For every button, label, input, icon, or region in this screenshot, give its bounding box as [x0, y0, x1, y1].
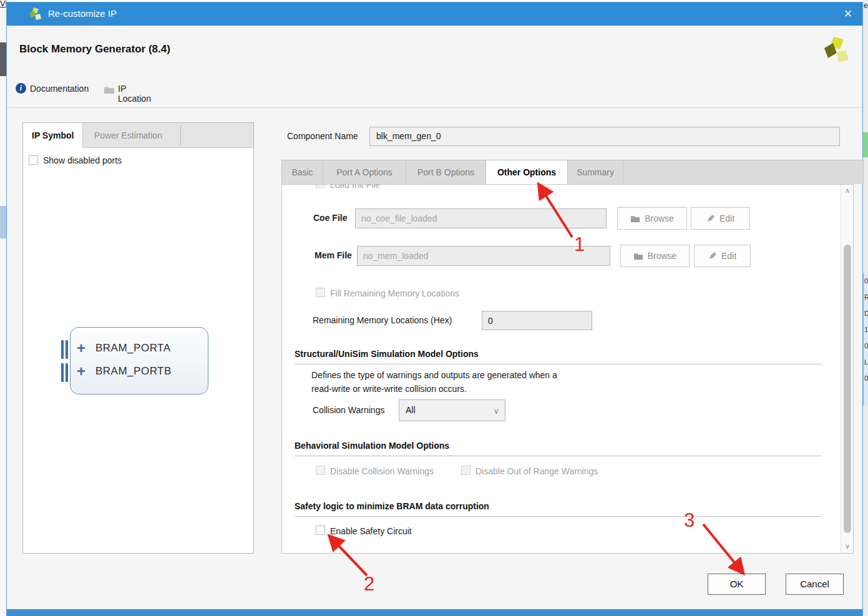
documentation-label: Documentation: [30, 84, 89, 94]
section-rule: [295, 364, 822, 364]
structural-section-title: Structural/UniSim Simulation Model Optio…: [295, 349, 479, 359]
tab-power-estimation[interactable]: Power Estimation: [85, 123, 171, 148]
background-window-left-sliver: Vi: [0, 0, 6, 616]
section-rule: [295, 516, 822, 517]
tab-port-a-options[interactable]: Port A Options: [323, 160, 406, 185]
structural-desc-line2: read-write or write-write collision occu…: [311, 384, 467, 394]
disable-out-of-range-label: Disable Out of Range Warnings: [475, 466, 598, 476]
mem-file-input[interactable]: no_mem_loaded: [357, 246, 610, 266]
component-name-input[interactable]: blk_mem_gen_0: [369, 127, 840, 146]
bram-portb-row[interactable]: + BRAM_PORTB: [71, 362, 208, 383]
background-selection-fragment: [0, 206, 6, 238]
coe-browse-label: Browse: [645, 213, 674, 223]
ip-symbol-panel: IP Symbol Power Estimation Show disabled…: [22, 122, 254, 554]
mem-edit-button[interactable]: Edit: [694, 245, 751, 267]
bram-porta-label: BRAM_PORTA: [95, 342, 171, 354]
ok-button[interactable]: OK: [708, 574, 766, 595]
bg-char: L: [864, 354, 868, 370]
bus-bars-icon: [61, 340, 70, 361]
fill-remaining-checkbox[interactable]: [316, 288, 325, 297]
expand-plus-icon[interactable]: +: [77, 362, 85, 381]
scroll-up-icon[interactable]: ∧: [841, 185, 854, 196]
coe-edit-label: Edit: [719, 213, 734, 223]
enable-safety-circuit-checkbox[interactable]: [316, 526, 325, 535]
cancel-button[interactable]: Cancel: [786, 574, 844, 595]
section-rule: [295, 456, 822, 456]
xilinx-logo-icon: [27, 6, 43, 22]
background-menu-fragment-right: e: [864, 1, 868, 10]
remaining-hex-input[interactable]: 0: [482, 311, 592, 330]
disable-collision-warnings-checkbox[interactable]: [316, 466, 325, 475]
edit-pencil-icon: [708, 252, 717, 260]
bus-bars-icon: [61, 363, 70, 384]
collision-warnings-label: Collision Warnings: [313, 405, 384, 415]
page-title: Block Memory Generator (8.4): [19, 43, 170, 56]
info-icon: i: [16, 83, 26, 94]
show-disabled-ports-label: Show disabled ports: [43, 155, 122, 165]
scrollbar-thumb[interactable]: [844, 245, 851, 533]
recustomize-ip-dialog: Re-customize IP × Block Memory Generator…: [6, 2, 863, 616]
folder-icon: [104, 85, 115, 94]
chevron-down-icon: ∨: [493, 400, 499, 422]
dialog-titlebar[interactable]: Re-customize IP ×: [7, 2, 862, 26]
coe-browse-button[interactable]: Browse: [617, 207, 687, 230]
tab-divider: [180, 125, 181, 145]
disable-collision-warnings-label: Disable Collision Warnings: [330, 466, 434, 476]
options-scrollbar[interactable]: ∧ ∨: [841, 185, 854, 553]
coe-edit-button[interactable]: Edit: [691, 207, 750, 230]
dialog-bottom-strip: [7, 609, 862, 616]
expand-plus-icon[interactable]: +: [77, 339, 85, 358]
component-name-label: Component Name: [287, 131, 358, 141]
bg-char: D: [864, 305, 868, 321]
options-tabbar: Basic Port A Options Port B Options Othe…: [281, 160, 864, 184]
fill-remaining-label: Fill Remaining Memory Locations: [330, 288, 459, 298]
header-separator: [7, 107, 862, 108]
edit-pencil-icon: [706, 214, 715, 223]
safety-section-title: Safety logic to minimize BRAM data corru…: [295, 501, 489, 511]
left-panel-tabbar: IP Symbol Power Estimation: [23, 123, 253, 148]
background-green-block: [863, 132, 868, 157]
tab-other-options[interactable]: Other Options: [486, 160, 568, 186]
mem-edit-label: Edit: [721, 251, 736, 261]
scroll-down-icon[interactable]: ∨: [841, 540, 854, 552]
mem-file-label: Mem File: [315, 250, 352, 260]
collision-warnings-value: All: [406, 405, 416, 415]
coe-file-label: Coe File: [313, 213, 347, 223]
mem-browse-label: Browse: [648, 251, 677, 261]
coe-file-input[interactable]: no_coe_file_loaded: [355, 208, 607, 228]
other-options-panel: Load Init File Coe File no_coe_file_load…: [281, 184, 854, 554]
tab-port-b-options[interactable]: Port B Options: [406, 160, 486, 185]
folder-icon: [630, 215, 640, 223]
bram-portb-label: BRAM_PORTB: [95, 365, 172, 378]
mem-browse-button[interactable]: Browse: [620, 245, 690, 267]
bg-char: 0: [864, 273, 868, 289]
xilinx-logo-icon-large: [820, 35, 852, 67]
enable-safety-circuit-label: Enable Safety Circuit: [330, 526, 412, 536]
dialog-title: Re-customize IP: [48, 8, 117, 19]
bg-char: R: [864, 289, 868, 305]
behavioral-section-title: Behavioral Simulation Model Options: [295, 441, 449, 451]
show-disabled-ports-checkbox[interactable]: [29, 155, 38, 165]
bram-porta-row[interactable]: + BRAM_PORTA: [71, 339, 208, 360]
ip-location-label: IP Location: [118, 84, 151, 104]
load-init-file-label: Load Init File: [330, 184, 380, 190]
ip-symbol-diagram: + BRAM_PORTA + BRAM_PORTB: [70, 327, 208, 394]
tab-ip-symbol[interactable]: IP Symbol: [23, 123, 83, 148]
background-dark-tab: [0, 42, 6, 76]
bg-char: 0: [864, 370, 868, 386]
folder-icon: [633, 252, 643, 260]
load-init-file-checkbox[interactable]: [316, 184, 325, 188]
collision-warnings-select[interactable]: All ∨: [399, 399, 505, 421]
close-icon[interactable]: ×: [839, 6, 857, 22]
bg-char: 1: [864, 321, 868, 338]
structural-desc-line1: Defines the type of warnings and outputs…: [311, 370, 557, 380]
tab-summary[interactable]: Summary: [568, 160, 623, 185]
background-table-fragment: 0 R D 1 0 L 0: [863, 273, 868, 405]
remaining-hex-label: Remaining Memory Locations (Hex): [313, 315, 452, 325]
bg-char: 0: [864, 338, 868, 354]
disable-out-of-range-checkbox[interactable]: [461, 466, 471, 475]
background-window-right-sliver: e 0 R D 1 0 L 0: [863, 0, 868, 616]
tab-basic[interactable]: Basic: [282, 160, 323, 185]
